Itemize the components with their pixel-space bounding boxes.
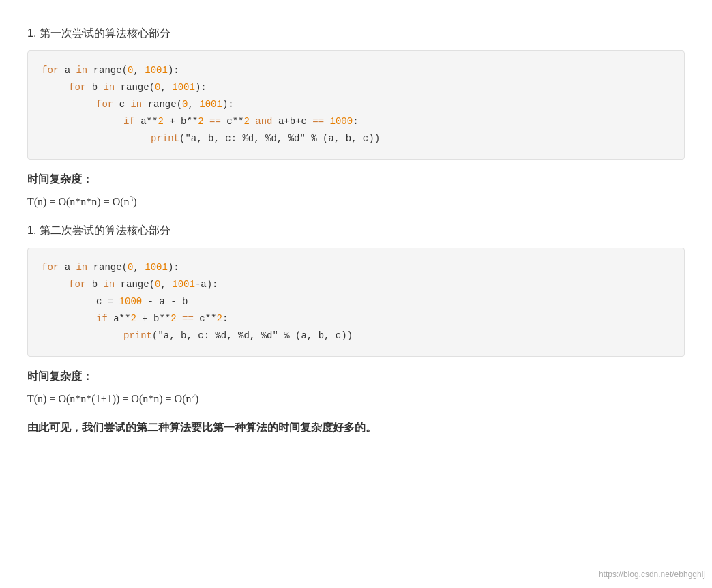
code-line-1: for a in range(0, 1001): [42,62,670,79]
code-line-2: for b in range(0, 1001): [42,79,670,96]
complexity-label-2: 时间复杂度： [27,368,685,385]
section2-title: 1. 第二次尝试的算法核心部分 [27,222,685,239]
complexity-formula-2: T(n) = O(n*n*(1+1)) = O(n*n) = O(n2) [27,390,685,408]
section1-title: 1. 第一次尝试的算法核心部分 [27,25,685,42]
code-line-m2: for b in range(0, 1001-a): [42,276,670,293]
kw-for: for [42,65,59,76]
complexity-formula-1: T(n) = O(n*n*n) = O(n3) [27,193,685,211]
code-line-4: if a**2 + b**2 == c**2 and a+b+c == 1000… [42,113,670,130]
code-line-m1: for a in range(0, 1001): [42,259,670,276]
code-line-m3: c = 1000 - a - b [42,293,670,310]
code-block-2: for a in range(0, 1001): for b in range(… [27,248,685,357]
complexity-label-1: 时间复杂度： [27,171,685,188]
code-block-1: for a in range(0, 1001): for b in range(… [27,50,685,160]
code-line-5: print("a, b, c: %d, %d, %d" % (a, b, c)) [42,130,670,147]
code-line-m4: if a**2 + b**2 == c**2: [42,310,670,327]
code-line-m5: print("a, b, c: %d, %d, %d" % (a, b, c)) [42,327,670,344]
code-line-3: for c in range(0, 1001): [42,96,670,113]
conclusion-text: 由此可见，我们尝试的第二种算法要比第一种算法的时间复杂度好多的。 [27,419,685,437]
